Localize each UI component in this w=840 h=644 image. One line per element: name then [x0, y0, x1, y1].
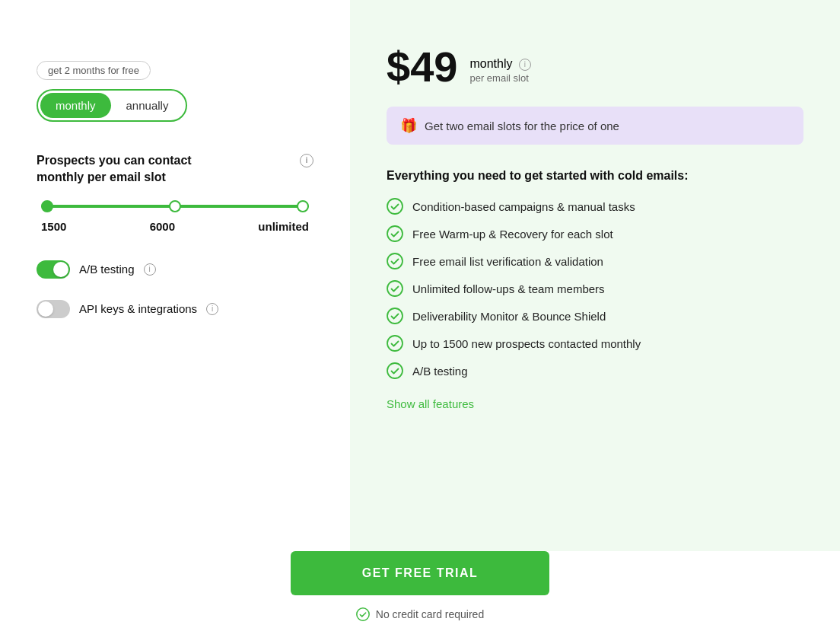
- api-keys-toggle[interactable]: [37, 300, 70, 318]
- check-icon-2: [387, 253, 403, 269]
- feature-item-1: Free Warm-up & Recovery for each slot: [387, 225, 803, 242]
- feature-text-5: Up to 1500 new prospects contacted month…: [412, 337, 641, 350]
- price-info-icon[interactable]: i: [519, 59, 531, 71]
- ab-testing-toggle[interactable]: [37, 260, 70, 279]
- api-keys-label: API keys & integrations: [79, 302, 197, 315]
- slider-label-0: 1500: [41, 220, 66, 233]
- price-amount: $49: [387, 46, 457, 88]
- right-panel: $49 monthly i per email slot 🎁 Get two e…: [350, 0, 840, 644]
- check-icon-0: [387, 198, 403, 215]
- price-currency: $: [387, 43, 410, 91]
- slider-labels: 1500 6000 unlimited: [41, 220, 309, 233]
- slider-track: [41, 205, 309, 208]
- feature-text-6: A/B testing: [412, 365, 468, 378]
- left-panel: get 2 months for free monthly annually P…: [0, 0, 350, 644]
- price-period: monthly i: [469, 57, 530, 71]
- no-cc-check-icon: [356, 607, 370, 621]
- check-icon-1: [387, 225, 403, 242]
- price-number: 49: [410, 43, 457, 91]
- feature-item-5: Up to 1500 new prospects contacted month…: [387, 335, 803, 352]
- ab-testing-label: A/B testing: [79, 263, 135, 276]
- price-per-text: per email slot: [469, 72, 530, 84]
- feature-list: Condition-based campaigns & manual tasks…: [387, 198, 803, 379]
- free-months-badge: get 2 months for free: [37, 61, 151, 80]
- billing-section: get 2 months for free monthly annually: [37, 61, 313, 122]
- svg-point-1: [387, 226, 402, 241]
- feature-toggles: A/B testing i API keys & integrations i: [37, 260, 313, 340]
- feature-item-3: Unlimited follow-ups & team members: [387, 280, 803, 297]
- slider-container[interactable]: 1500 6000 unlimited: [37, 205, 313, 233]
- check-icon-5: [387, 335, 403, 352]
- feature-item-6: A/B testing: [387, 362, 803, 379]
- feature-item-4: Deliverability Monitor & Bounce Shield: [387, 308, 803, 324]
- slider-dot-2[interactable]: [297, 200, 309, 212]
- slider-label-1: 6000: [150, 220, 175, 233]
- prospects-info-icon[interactable]: i: [300, 154, 313, 167]
- svg-point-2: [387, 253, 402, 269]
- ab-testing-knob: [53, 262, 68, 277]
- svg-point-5: [387, 336, 402, 351]
- check-icon-4: [387, 308, 403, 324]
- gift-icon: 🎁: [400, 117, 417, 134]
- features-heading: Everything you need to get started with …: [387, 169, 803, 183]
- api-keys-info-icon[interactable]: i: [206, 303, 218, 315]
- slider-dot-0[interactable]: [41, 200, 53, 212]
- no-cc-row: No credit card required: [356, 607, 484, 621]
- prospects-label: Prospects you can contactmonthly per ema…: [37, 152, 313, 187]
- price-period-text: monthly: [469, 57, 512, 70]
- show-features-link[interactable]: Show all features: [387, 397, 803, 410]
- api-keys-row: API keys & integrations i: [37, 300, 313, 318]
- check-icon-3: [387, 280, 403, 297]
- monthly-toggle[interactable]: monthly: [40, 93, 111, 118]
- svg-point-4: [387, 308, 402, 324]
- check-icon-6: [387, 362, 403, 379]
- no-cc-text: No credit card required: [376, 608, 484, 620]
- feature-item-2: Free email list verification & validatio…: [387, 253, 803, 269]
- bottom-section: GET FREE TRIAL No credit card required: [0, 551, 840, 644]
- prospects-section: Prospects you can contactmonthly per ema…: [37, 152, 313, 233]
- api-keys-knob: [38, 301, 53, 317]
- feature-item-0: Condition-based campaigns & manual tasks: [387, 198, 803, 215]
- feature-text-1: Free Warm-up & Recovery for each slot: [412, 228, 613, 241]
- svg-point-0: [387, 199, 402, 214]
- billing-toggle-group[interactable]: monthly annually: [37, 89, 187, 122]
- svg-point-7: [357, 608, 369, 620]
- feature-text-4: Deliverability Monitor & Bounce Shield: [412, 310, 606, 323]
- feature-text-2: Free email list verification & validatio…: [412, 255, 603, 268]
- svg-point-3: [387, 281, 402, 296]
- price-info: monthly i per email slot: [469, 57, 530, 88]
- promo-banner: 🎁 Get two email slots for the price of o…: [387, 107, 803, 145]
- annually-toggle[interactable]: annually: [111, 93, 184, 118]
- promo-text: Get two email slots for the price of one: [425, 120, 619, 132]
- slider-label-2: unlimited: [258, 220, 309, 233]
- price-row: $49 monthly i per email slot: [387, 46, 803, 88]
- feature-text-3: Unlimited follow-ups & team members: [412, 282, 605, 295]
- slider-dot-1[interactable]: [169, 200, 181, 212]
- slider-dots: [41, 200, 309, 212]
- get-free-trial-button[interactable]: GET FREE TRIAL: [291, 551, 549, 595]
- ab-testing-info-icon[interactable]: i: [144, 263, 156, 276]
- prospects-label-text: Prospects you can contactmonthly per ema…: [37, 152, 192, 187]
- feature-text-0: Condition-based campaigns & manual tasks: [412, 200, 635, 213]
- svg-point-6: [387, 363, 402, 378]
- ab-testing-row: A/B testing i: [37, 260, 313, 279]
